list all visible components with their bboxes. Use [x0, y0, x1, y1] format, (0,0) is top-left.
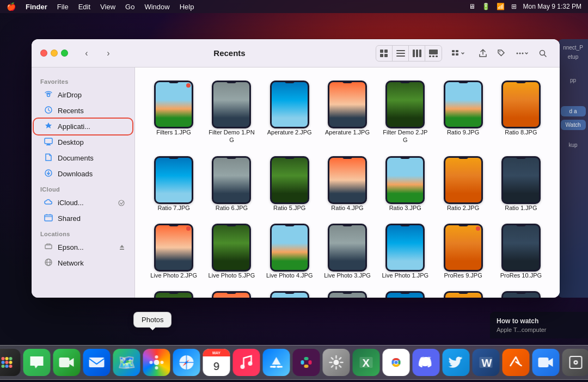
dock-item-excel[interactable]: X: [353, 349, 380, 376]
dock-item-music[interactable]: [233, 349, 260, 376]
sidebar-item-applications[interactable]: Applicati...: [35, 119, 131, 134]
file-item[interactable]: Filter Demo 2.JPG: [377, 76, 433, 147]
sidebar-item-epson[interactable]: Epson...: [35, 239, 131, 255]
sidebar-item-network[interactable]: Network: [35, 255, 131, 271]
svg-point-48: [5, 357, 9, 360]
file-item[interactable]: Ratio 3.JPG: [377, 152, 433, 215]
file-item[interactable]: ProRes 10.JPG: [493, 219, 549, 282]
close-button[interactable]: [40, 50, 47, 57]
dock-item-appstore[interactable]: [263, 349, 290, 376]
dock-item-zoom[interactable]: [532, 349, 560, 376]
dock-item-launchpad[interactable]: [0, 349, 21, 376]
sidebar-item-desktop[interactable]: Desktop: [35, 134, 131, 150]
column-view-button[interactable]: [409, 46, 425, 61]
file-item[interactable]: [320, 287, 375, 298]
svg-point-69: [273, 366, 275, 368]
file-item[interactable]: Live Photo 3.JPG: [320, 219, 375, 282]
file-item[interactable]: [377, 287, 433, 298]
minimize-button[interactable]: [51, 50, 58, 57]
calendar-month: MAY: [212, 351, 220, 355]
sidebar-item-documents[interactable]: Documents: [35, 150, 131, 166]
monitor-icon[interactable]: 🖥: [469, 3, 475, 10]
svg-point-81: [395, 361, 398, 364]
dock-item-mail[interactable]: [83, 349, 111, 376]
control-center-icon[interactable]: ⊞: [511, 3, 517, 10]
finder-window: ‹ › Recents: [32, 39, 560, 298]
file-name: Ratio 6.JPG: [216, 204, 248, 212]
svg-rect-38: [120, 249, 124, 250]
svg-rect-56: [59, 358, 70, 367]
dock-item-system-preferences[interactable]: [323, 349, 350, 376]
finder-main: Filters 1.JPG Filter Demo 1.PNG Aperatur…: [135, 67, 560, 298]
file-item[interactable]: Filters 1.JPG: [146, 76, 201, 147]
sidebar-item-downloads[interactable]: Downloads: [35, 166, 131, 182]
right-panel: nnect_P etup pp d a Watch kup: [558, 39, 588, 298]
app-name[interactable]: Finder: [26, 3, 47, 11]
gallery-view-button[interactable]: [425, 46, 442, 61]
file-item[interactable]: Ratio 6.JPG: [204, 152, 259, 215]
tag-button[interactable]: [493, 46, 510, 61]
right-panel-btn2[interactable]: Watch: [561, 120, 586, 130]
file-item[interactable]: Ratio 7.JPG: [146, 152, 201, 215]
file-item[interactable]: Ratio 5.JPG: [262, 152, 317, 215]
menu-edit[interactable]: Edit: [78, 3, 90, 11]
file-item[interactable]: [435, 287, 491, 298]
svg-text:X: X: [363, 357, 370, 369]
file-item[interactable]: [262, 287, 317, 298]
more-button[interactable]: [512, 46, 532, 61]
menu-help[interactable]: Help: [180, 3, 194, 11]
file-item[interactable]: Live Photo 2.JPG: [146, 219, 201, 282]
share-button[interactable]: [475, 46, 491, 61]
file-item[interactable]: Live Photo 1.JPG: [377, 219, 433, 282]
svg-rect-17: [456, 53, 458, 56]
file-item[interactable]: Ratio 2.JPG: [435, 152, 491, 215]
file-item[interactable]: Live Photo 4.JPG: [262, 219, 317, 282]
file-item[interactable]: Live Photo 5.JPG: [204, 219, 259, 282]
dock-item-spark[interactable]: [503, 349, 530, 376]
menu-go[interactable]: Go: [125, 3, 134, 11]
sidebar-item-shared[interactable]: Shared: [35, 211, 131, 226]
search-button[interactable]: [535, 46, 551, 61]
list-view-button[interactable]: [393, 46, 409, 61]
dock-item-facetime[interactable]: [53, 349, 81, 376]
file-item[interactable]: Ratio 8.JPG: [493, 76, 549, 147]
file-item[interactable]: Ratio 9.JPG: [435, 76, 491, 147]
icon-view-button[interactable]: [376, 46, 393, 61]
dock-item-photos[interactable]: [143, 349, 170, 376]
file-item[interactable]: [493, 287, 549, 298]
dock-item-calendar[interactable]: MAY 9: [203, 349, 230, 376]
file-item[interactable]: [204, 287, 259, 298]
menu-file[interactable]: File: [57, 3, 69, 11]
maximize-button[interactable]: [61, 50, 68, 57]
dock-item-word[interactable]: W: [473, 349, 500, 376]
wifi-icon[interactable]: 📶: [497, 3, 505, 10]
menu-view[interactable]: View: [100, 3, 115, 11]
dock-item-maps[interactable]: 🗺️: [113, 349, 140, 376]
svg-rect-12: [432, 56, 434, 57]
groupby-button[interactable]: [444, 46, 473, 61]
dock-item-tweetbot[interactable]: [443, 349, 470, 376]
dock-item-safari[interactable]: [173, 349, 200, 376]
desktop-label: Desktop: [58, 138, 84, 146]
dock-item-screenium[interactable]: [562, 349, 589, 376]
dock-item-messages[interactable]: [23, 349, 51, 376]
file-item[interactable]: Filter Demo 1.PNG: [204, 76, 259, 147]
dock-item-slack[interactable]: [293, 349, 320, 376]
apple-menu[interactable]: 🍎: [7, 2, 16, 11]
right-panel-btn1[interactable]: d a: [561, 106, 586, 116]
svg-point-19: [517, 52, 518, 54]
file-item[interactable]: Ratio 4.JPG: [320, 152, 375, 215]
file-item[interactable]: ProRes 9.JPG: [435, 219, 491, 282]
svg-rect-34: [45, 215, 52, 221]
file-item[interactable]: [146, 287, 201, 298]
file-item[interactable]: Aperature 2.JPG: [262, 76, 317, 147]
sidebar-item-icloud[interactable]: iCloud...: [35, 195, 131, 211]
file-item[interactable]: Ratio 1.JPG: [493, 152, 549, 215]
menu-window[interactable]: Window: [144, 3, 169, 11]
sidebar-item-airdrop[interactable]: AirDrop: [35, 87, 131, 103]
file-item[interactable]: Aperature 1.JPG: [320, 76, 375, 147]
sidebar-item-recents[interactable]: Recents: [35, 103, 131, 119]
dock-item-chrome[interactable]: [383, 349, 410, 376]
dock-item-discord[interactable]: [413, 349, 440, 376]
files-grid: Filters 1.JPG Filter Demo 1.PNG Aperatur…: [146, 76, 549, 298]
